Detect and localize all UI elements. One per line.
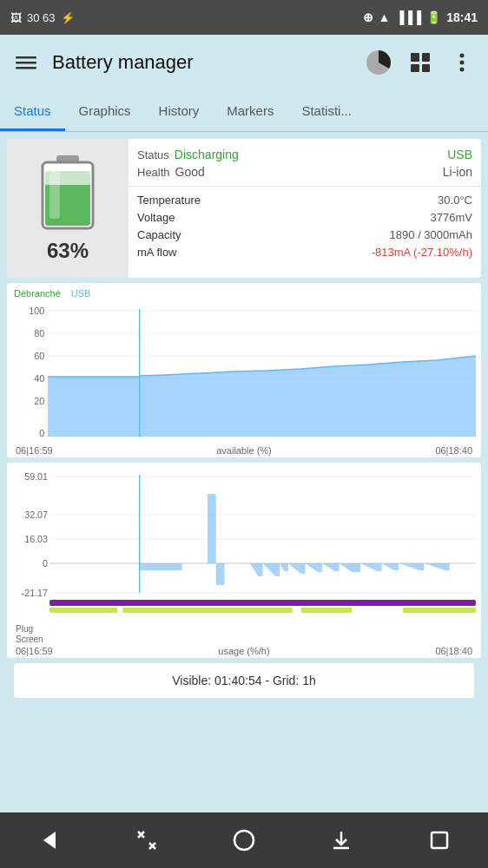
temperature-label: Temperature — [137, 194, 201, 207]
recent-apps-button[interactable] — [420, 821, 458, 859]
time-display: 18:41 — [446, 10, 478, 24]
chart1-bottom-labels: 06|16:59 available (%) 06|18:40 — [12, 445, 476, 456]
tab-history[interactable]: History — [145, 93, 214, 131]
usage-chart: 59.01 32.07 16.03 0 -21.17 — [12, 468, 476, 624]
temperature-value: 30.0°C — [438, 194, 472, 207]
back-button[interactable] — [30, 821, 68, 859]
svg-text:0: 0 — [39, 428, 44, 438]
voltage-row: Voltage 3776mV — [137, 211, 472, 224]
svg-rect-52 — [432, 832, 447, 848]
chart1-x-right: 06|18:40 — [435, 445, 472, 456]
battery-type: Li-ion — [443, 165, 472, 179]
svg-rect-40 — [49, 608, 117, 613]
tab-bar: Status Graphics History Markers Statisti… — [0, 90, 488, 132]
plug-label: Plug — [16, 624, 50, 634]
svg-marker-37 — [49, 494, 476, 585]
footer-text: Visible: 01:40:54 - Grid: 1h — [172, 674, 316, 687]
battery-status-card: 63% Status Discharging Health Good USB L… — [7, 139, 481, 278]
menu-button[interactable] — [10, 47, 42, 78]
app-header: Battery manager — [0, 35, 488, 90]
battery-info: Status Discharging Health Good USB Li-io… — [129, 139, 481, 278]
capacity-value: 1890 / 3000mAh — [390, 228, 472, 241]
capacity-row: Capacity 1890 / 3000mAh — [137, 228, 472, 241]
svg-text:16.03: 16.03 — [24, 534, 48, 544]
svg-text:0: 0 — [43, 558, 48, 569]
tab-graphics[interactable]: Graphics — [65, 93, 145, 131]
battery-visual: 63% — [7, 139, 129, 278]
battery-details: Temperature 30.0°C Voltage 3776mV Capaci… — [129, 187, 481, 266]
svg-point-5 — [460, 61, 465, 65]
availability-chart-card: Débranché USB 100 80 60 40 20 0 — [7, 283, 481, 457]
pie-chart-button[interactable] — [363, 47, 394, 78]
svg-point-6 — [460, 68, 465, 72]
battery-status-icon: 🔋 — [426, 10, 441, 24]
battery-percent: 63% — [47, 239, 89, 263]
collapse-button[interactable] — [128, 821, 166, 859]
download-button[interactable] — [322, 821, 360, 859]
status-value: Discharging — [175, 148, 239, 161]
wifi-icon: ▲ — [379, 10, 391, 24]
tab-statistics[interactable]: Statisti... — [287, 93, 366, 131]
chart2-plug-screen-labels: Plug Screen — [12, 624, 476, 646]
chart1-top-labels: Débranché USB — [12, 288, 476, 302]
status-bar-numbers: 30 63 — [27, 11, 56, 24]
navigation-bar — [0, 812, 488, 868]
usb-icon: ⚡ — [61, 11, 75, 24]
svg-rect-41 — [122, 608, 293, 613]
capacity-label: Capacity — [137, 228, 181, 241]
bluetooth-icon: ⊕ — [363, 10, 373, 24]
screen-label: Screen — [16, 635, 50, 644]
grid-view-button[interactable] — [405, 47, 436, 78]
svg-marker-24 — [48, 356, 476, 437]
chart1-x-center: available (%) — [216, 445, 272, 456]
usage-chart-card: 59.01 32.07 16.03 0 -21.17 — [7, 463, 481, 658]
svg-rect-42 — [301, 608, 353, 613]
health-label: Health — [137, 166, 170, 179]
svg-rect-1 — [16, 62, 36, 64]
app-title: Battery manager — [52, 51, 353, 74]
footer-visible-bar: Visible: 01:40:54 - Grid: 1h — [14, 663, 474, 698]
health-value: Good — [175, 165, 205, 179]
svg-text:80: 80 — [34, 328, 44, 339]
disconnected-label: Débranché — [14, 288, 61, 299]
chart2-x-left: 06|16:59 — [16, 646, 53, 656]
temperature-row: Temperature 30.0°C — [137, 194, 472, 207]
usb-status: USB — [447, 148, 472, 161]
main-content: 63% Status Discharging Health Good USB L… — [0, 132, 488, 705]
svg-text:40: 40 — [34, 373, 44, 384]
voltage-value: 3776mV — [431, 211, 472, 224]
chart2-bottom-labels: 06|16:59 usage (%/h) 06|18:40 — [12, 646, 476, 656]
image-icon: 🖼 — [10, 11, 22, 24]
svg-text:60: 60 — [34, 351, 44, 361]
svg-point-49 — [234, 831, 254, 850]
chart2-x-right: 06|18:40 — [435, 646, 472, 656]
svg-text:32.07: 32.07 — [24, 510, 48, 520]
svg-text:100: 100 — [29, 306, 44, 316]
svg-marker-44 — [43, 832, 56, 849]
svg-rect-39 — [49, 600, 476, 606]
tab-markers[interactable]: Markers — [213, 93, 287, 131]
svg-rect-2 — [16, 67, 36, 69]
svg-point-4 — [460, 54, 465, 58]
more-options-button[interactable] — [446, 47, 478, 78]
status-bar-right: ⊕ ▲ ▐▐▐ 🔋 18:41 — [363, 10, 478, 24]
ma-flow-value: -813mA (-27.10%/h) — [372, 246, 472, 259]
status-bar-left: 🖼 30 63 ⚡ — [10, 11, 75, 24]
battery-status-section: Status Discharging Health Good USB Li-io… — [129, 139, 481, 187]
tab-status[interactable]: Status — [0, 93, 65, 131]
usb-chart-label: USB — [71, 288, 91, 299]
voltage-label: Voltage — [137, 211, 175, 224]
signal-icon: ▐▐▐ — [395, 10, 421, 24]
home-button[interactable] — [225, 821, 263, 859]
svg-rect-11 — [49, 167, 60, 219]
status-label: Status — [137, 148, 169, 161]
svg-text:59.01: 59.01 — [24, 471, 48, 482]
status-bar: 🖼 30 63 ⚡ ⊕ ▲ ▐▐▐ 🔋 18:41 — [0, 0, 488, 35]
chart1-x-left: 06|16:59 — [16, 445, 53, 456]
ma-flow-row: mA flow -813mA (-27.10%/h) — [137, 246, 472, 259]
availability-chart: 100 80 60 40 20 0 — [12, 302, 476, 445]
svg-text:-21.17: -21.17 — [22, 588, 48, 598]
svg-rect-43 — [403, 608, 476, 613]
ma-flow-label: mA flow — [137, 246, 177, 259]
chart2-x-center: usage (%/h) — [218, 646, 269, 656]
